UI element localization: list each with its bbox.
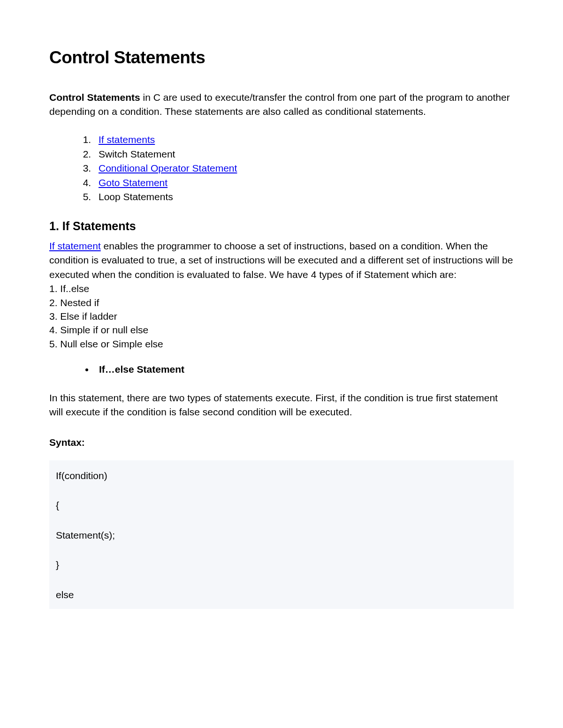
- code-line-5: else: [56, 588, 507, 601]
- intro-bold: Control Statements: [49, 92, 140, 103]
- if-statements-body: If statement enables the programmer to c…: [49, 239, 514, 282]
- toc-link-conditional-operator[interactable]: Conditional Operator Statement: [99, 163, 237, 173]
- toc-item-3: Conditional Operator Statement: [94, 161, 514, 175]
- syntax-label: Syntax:: [49, 435, 514, 450]
- if-else-description: In this statement, there are two types o…: [49, 391, 514, 420]
- if-type-2: 2. Nested if: [49, 296, 514, 309]
- toc-item-1: If statements: [94, 133, 514, 146]
- if-else-bullet: If…else Statement: [94, 362, 514, 377]
- toc-text-switch: Switch Statement: [99, 149, 175, 159]
- toc-item-2: Switch Statement: [94, 147, 514, 161]
- section-heading-if-statements: 1. If Statements: [49, 218, 514, 235]
- toc-item-4: Goto Statement: [94, 176, 514, 189]
- if-else-bullet-list: If…else Statement: [49, 362, 514, 377]
- toc-item-5: Loop Statements: [94, 190, 514, 203]
- intro-paragraph: Control Statements in C are used to exec…: [49, 90, 514, 119]
- if-statement-link[interactable]: If statement: [49, 240, 101, 251]
- code-line-1: If(condition): [56, 469, 507, 482]
- code-line-2: {: [56, 498, 507, 512]
- if-type-1: 1. If..else: [49, 282, 514, 295]
- if-statements-rest: enables the programmer to choose a set o…: [49, 240, 513, 280]
- toc-link-if-statements[interactable]: If statements: [99, 134, 155, 145]
- if-types-list: 1. If..else 2. Nested if 3. Else if ladd…: [49, 282, 514, 351]
- code-line-3: Statement(s);: [56, 528, 507, 542]
- toc-text-loop: Loop Statements: [99, 191, 173, 202]
- if-type-5: 5. Null else or Simple else: [49, 337, 514, 351]
- page-title: Control Statements: [49, 45, 514, 71]
- if-type-3: 3. Else if ladder: [49, 309, 514, 323]
- if-type-4: 4. Simple if or null else: [49, 323, 514, 337]
- toc-list: If statements Switch Statement Condition…: [49, 133, 514, 203]
- syntax-code-block: If(condition) { Statement(s); } else: [49, 460, 514, 609]
- toc-link-goto[interactable]: Goto Statement: [99, 177, 167, 188]
- code-line-4: }: [56, 558, 507, 571]
